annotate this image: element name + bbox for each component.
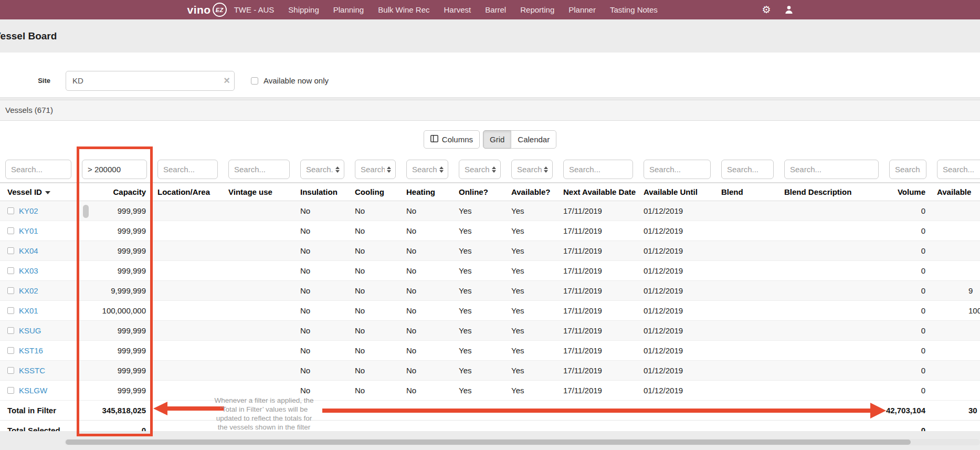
vertical-scrollbar-thumb[interactable] bbox=[83, 205, 89, 218]
filter-input-available[interactable] bbox=[937, 160, 980, 179]
table-row: KX01100,000,000NoNoNoYesYes17/11/201901/… bbox=[0, 301, 980, 321]
row-checkbox[interactable] bbox=[7, 307, 14, 314]
updown-caret-icon bbox=[387, 166, 391, 173]
filter-input-blend-description[interactable] bbox=[784, 160, 879, 179]
cell-available bbox=[932, 261, 980, 281]
cell-next-available-date: 17/11/2019 bbox=[558, 301, 638, 321]
col-header-insulation[interactable]: Insulation bbox=[295, 183, 350, 201]
col-header-blend[interactable]: Blend bbox=[716, 183, 779, 201]
filter-select-cooling[interactable]: Search... bbox=[355, 160, 396, 179]
annotation-note-line: updated to reflect the totals for bbox=[206, 414, 322, 423]
vessel-link[interactable]: KX03 bbox=[19, 266, 38, 275]
cell-vintage-use bbox=[223, 321, 295, 341]
filter-input-next-available-date[interactable] bbox=[563, 160, 633, 179]
cell-location-area bbox=[152, 321, 223, 341]
row-checkbox[interactable] bbox=[7, 227, 14, 234]
nav-item-harvest[interactable]: Harvest bbox=[444, 5, 471, 14]
filter-input-location-area[interactable] bbox=[157, 160, 218, 179]
cell-available: 100 bbox=[932, 301, 980, 321]
filter-input-blend[interactable] bbox=[721, 160, 774, 179]
filter-input-available-until[interactable] bbox=[644, 160, 711, 179]
nav-item-reporting[interactable]: Reporting bbox=[520, 5, 554, 14]
row-checkbox[interactable] bbox=[7, 327, 14, 334]
grid-view-button[interactable]: Grid bbox=[483, 130, 511, 149]
clear-icon[interactable]: × bbox=[224, 75, 230, 86]
row-checkbox[interactable] bbox=[7, 387, 14, 394]
cell-volume: 0 bbox=[884, 341, 932, 361]
vessel-link[interactable]: KX01 bbox=[19, 306, 38, 315]
row-checkbox[interactable] bbox=[7, 207, 14, 214]
col-header-vintage-use[interactable]: Vintage use bbox=[223, 183, 295, 201]
col-header-location-area[interactable]: Location/Area bbox=[152, 183, 223, 201]
vessel-link[interactable]: KY01 bbox=[19, 226, 38, 235]
cell-vintage-use bbox=[223, 201, 295, 221]
col-header-next-available-date[interactable]: Next Available Date bbox=[558, 183, 638, 201]
totals-volume: 42,703,104 bbox=[884, 401, 932, 421]
filter-select-heating[interactable]: Search... bbox=[406, 160, 448, 179]
vessel-link[interactable]: KX04 bbox=[19, 246, 38, 255]
col-header-heating[interactable]: Heating bbox=[401, 183, 454, 201]
nav-item-tasting-notes[interactable]: Tasting Notes bbox=[610, 5, 658, 14]
cell-capacity: 9,999,999 bbox=[77, 281, 152, 301]
col-header-volume[interactable]: Volume bbox=[884, 183, 932, 201]
vinoez-logo[interactable]: vino EZ bbox=[187, 3, 227, 17]
calendar-view-button[interactable]: Calendar bbox=[511, 130, 556, 149]
filter-select-online[interactable]: Search... bbox=[459, 160, 501, 179]
col-header-blend-description[interactable]: Blend Description bbox=[779, 183, 884, 201]
vessel-link[interactable]: KSSTC bbox=[19, 366, 45, 375]
vessel-table: Search...Search...Search...Search...Sear… bbox=[0, 156, 980, 431]
col-header-available-until[interactable]: Available Until bbox=[638, 183, 716, 201]
cell-cooling: No bbox=[350, 321, 401, 341]
cell-vintage-use bbox=[223, 281, 295, 301]
vessel-link[interactable]: KST16 bbox=[19, 346, 43, 355]
filter-select-available[interactable]: Search... bbox=[511, 160, 553, 179]
nav-item-twe-aus[interactable]: TWE - AUS bbox=[234, 5, 275, 14]
row-checkbox[interactable] bbox=[7, 247, 14, 254]
row-checkbox[interactable] bbox=[7, 287, 14, 294]
cell-available-until: 01/12/2019 bbox=[638, 361, 716, 381]
columns-button[interactable]: Columns bbox=[424, 130, 480, 149]
user-icon[interactable] bbox=[785, 5, 793, 14]
available-now-checkbox[interactable] bbox=[251, 77, 258, 85]
filter-input-vessel-id[interactable] bbox=[5, 160, 71, 179]
cell-volume: 0 bbox=[884, 361, 932, 381]
nav-item-planner[interactable]: Planner bbox=[568, 5, 596, 14]
cell-next-available-date: 17/11/2019 bbox=[558, 321, 638, 341]
row-checkbox[interactable] bbox=[7, 347, 14, 354]
filter-select-insulation[interactable]: Search... bbox=[300, 160, 344, 179]
vessel-link[interactable]: KY02 bbox=[19, 206, 38, 215]
cell-insulation: No bbox=[295, 241, 350, 261]
cell-cooling: No bbox=[350, 221, 401, 241]
nav-item-bulk-wine-rec[interactable]: Bulk Wine Rec bbox=[378, 5, 429, 14]
site-input[interactable] bbox=[66, 71, 235, 91]
nav-item-planning[interactable]: Planning bbox=[333, 5, 364, 14]
table-row: KX03999,999NoNoNoYesYes17/11/201901/12/2… bbox=[0, 261, 980, 281]
row-checkbox[interactable] bbox=[7, 367, 14, 374]
cell-capacity: 999,999 bbox=[77, 381, 152, 401]
nav-item-barrel[interactable]: Barrel bbox=[485, 5, 506, 14]
cell-available: Yes bbox=[506, 341, 558, 361]
col-header-available[interactable]: Available bbox=[932, 183, 980, 201]
col-header-capacity[interactable]: Capacity bbox=[77, 183, 152, 201]
vessel-link[interactable]: KSUG bbox=[19, 326, 41, 335]
filter-input-volume[interactable] bbox=[889, 160, 926, 179]
row-checkbox[interactable] bbox=[7, 267, 14, 274]
col-header-available[interactable]: Available? bbox=[506, 183, 558, 201]
columns-icon bbox=[430, 135, 438, 144]
filter-input-capacity[interactable] bbox=[82, 160, 147, 179]
cell-blend-description bbox=[779, 321, 884, 341]
sort-desc-icon bbox=[45, 191, 50, 194]
vessel-link[interactable]: KX02 bbox=[19, 286, 38, 295]
vessel-link[interactable]: KSLGW bbox=[19, 386, 47, 395]
cell-capacity: 999,999 bbox=[77, 361, 152, 381]
filter-input-vintage-use[interactable] bbox=[228, 160, 290, 179]
horizontal-scrollbar-thumb[interactable] bbox=[66, 439, 911, 445]
col-header-cooling[interactable]: Cooling bbox=[350, 183, 401, 201]
table-row: KST16999,999NoNoNoYesYes17/11/201901/12/… bbox=[0, 341, 980, 361]
cell-heating: No bbox=[401, 241, 454, 261]
col-header-vessel-id[interactable]: Vessel ID bbox=[0, 183, 77, 201]
gear-icon[interactable]: ⚙ bbox=[762, 5, 771, 15]
cell-location-area bbox=[152, 261, 223, 281]
nav-item-shipping[interactable]: Shipping bbox=[288, 5, 319, 14]
col-header-online[interactable]: Online? bbox=[454, 183, 506, 201]
